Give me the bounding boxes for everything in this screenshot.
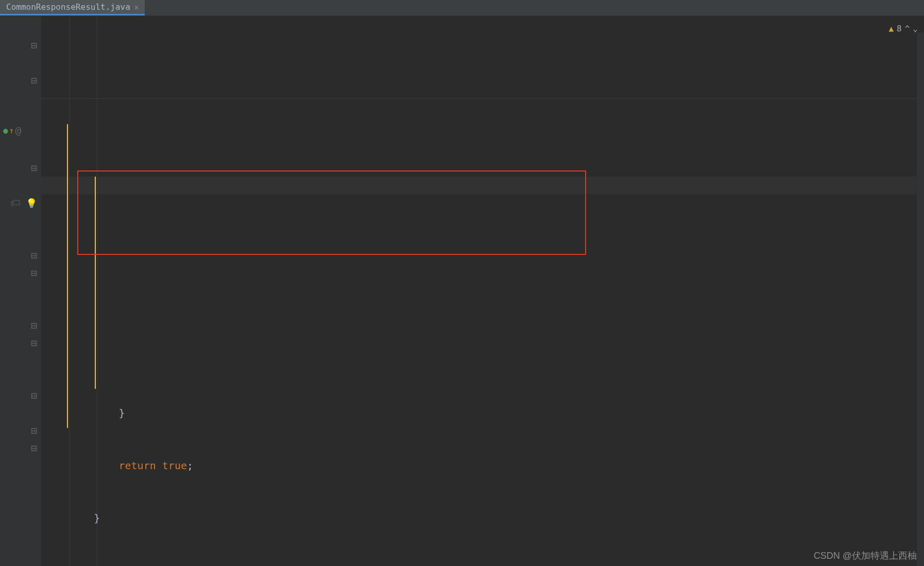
inspection-summary[interactable]: ▲ 8 ^ ⌄ (888, 20, 918, 38)
fold-icon[interactable]: ⊟ (0, 72, 41, 89)
tab-filename: CommonResponseResult.java (6, 2, 130, 12)
method-separator (41, 98, 924, 99)
code-line: } (41, 404, 924, 422)
editor-area: ●↑@ ⊟ ⊟ ⊟ 🏷💡 ⊟ ⊟ ⊟ ⊟ ⊟ ⊟ ⊟ (0, 16, 924, 566)
ide-window: CommonResponseResult.java ✕ ●↑@ ⊟ ⊟ ⊟ 🏷💡… (0, 0, 924, 566)
close-icon[interactable]: ✕ (134, 3, 139, 11)
fold-icon[interactable]: ⊟ (0, 387, 41, 404)
file-tab-active[interactable]: CommonResponseResult.java ✕ (0, 0, 145, 15)
gutter: ●↑@ ⊟ ⊟ ⊟ 🏷💡 ⊟ ⊟ ⊟ ⊟ ⊟ ⊟ ⊟ (0, 16, 41, 566)
caret-line-highlight (41, 177, 924, 194)
warning-icon: ▲ (888, 20, 894, 38)
code-editor[interactable]: } return true; } @Override public Object… (41, 16, 924, 566)
fold-icon[interactable]: ⊟ (0, 422, 41, 439)
warning-count: 8 (897, 20, 902, 38)
vcs-change-marker (67, 124, 68, 428)
chevron-icon: ^ (905, 20, 910, 38)
fold-icon[interactable]: ⊟ (0, 334, 41, 352)
fold-icon[interactable]: ⊟ (0, 159, 41, 177)
vcs-change-marker (95, 177, 96, 249)
override-indicator[interactable]: ●↑@ (3, 124, 21, 136)
fold-icon[interactable]: ⊟ (0, 264, 41, 282)
code-line: } (41, 509, 924, 527)
fold-icon[interactable]: ⊟ (0, 37, 41, 54)
fold-icon[interactable]: ⊟ (0, 439, 41, 457)
fold-icon[interactable]: ⊟ (0, 317, 41, 334)
scrollbar[interactable] (917, 32, 924, 566)
watermark: CSDN @伏加特遇上西柚 (814, 550, 917, 562)
code-line: return true; (41, 457, 924, 474)
vcs-change-marker (95, 247, 96, 319)
fold-icon[interactable]: ⊟ (0, 247, 41, 264)
vcs-change-marker (95, 317, 96, 389)
code-line (41, 562, 924, 566)
gutter-icons[interactable]: 🏷💡 (0, 194, 41, 212)
editor-tabbar: CommonResponseResult.java ✕ (0, 0, 924, 16)
